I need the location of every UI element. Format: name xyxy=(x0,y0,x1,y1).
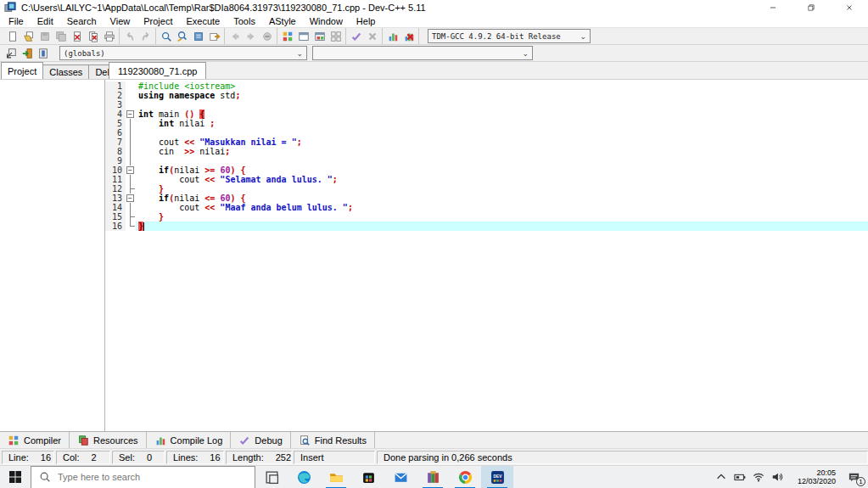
replace-icon xyxy=(176,31,188,42)
report-tab-resources[interactable]: Resources xyxy=(70,432,147,448)
open-file-button[interactable] xyxy=(20,29,36,44)
back-button[interactable] xyxy=(227,29,243,44)
project-panel[interactable] xyxy=(0,80,105,431)
report-tab-find-results[interactable]: Find Results xyxy=(291,432,375,448)
wifi-icon xyxy=(753,471,764,483)
code-line[interactable]: 11 cout << "Selamat anda lulus. "; xyxy=(105,175,868,184)
notification-center-button[interactable]: 1 xyxy=(839,466,868,488)
code-line[interactable]: 14 cout << "Maaf anda belum lulus. "; xyxy=(105,203,868,212)
rebuild-all-button[interactable] xyxy=(328,29,344,44)
code-line[interactable]: 10− if(nilai >= 60) { xyxy=(105,165,868,175)
menu-help[interactable]: Help xyxy=(350,15,383,27)
menu-view[interactable]: View xyxy=(104,15,137,27)
find-button[interactable] xyxy=(158,29,174,44)
print-button[interactable] xyxy=(101,29,117,44)
redo-button[interactable] xyxy=(137,29,154,44)
start-button[interactable] xyxy=(0,466,31,488)
code-line[interactable]: 8 cin >> nilai; xyxy=(105,147,868,156)
code-line[interactable]: 7 cout << "Masukkan nilai = "; xyxy=(105,137,868,147)
taskbar-search[interactable] xyxy=(31,466,255,488)
project-remove-button[interactable] xyxy=(19,46,35,61)
compiler-select[interactable]: TDM-GCC 4.9.2 64-bit Release⌄ xyxy=(428,29,591,43)
fold-column xyxy=(126,222,136,231)
report-tabs: CompilerResourcesCompile LogDebugFind Re… xyxy=(0,431,868,448)
fold-toggle[interactable]: − xyxy=(126,194,134,202)
editor-tab-label: 119230080_71.cpp xyxy=(118,66,197,76)
taskbar-clock[interactable]: 20:05 12/03/2020 xyxy=(787,468,839,485)
save-button[interactable] xyxy=(36,29,53,44)
code-line[interactable]: 1#include <iostream> xyxy=(105,81,868,91)
code-line[interactable]: 4−int main () { xyxy=(105,109,868,119)
menu-file[interactable]: File xyxy=(2,15,31,27)
taskbar-app-chrome[interactable] xyxy=(449,466,481,488)
minimize-button[interactable] xyxy=(753,0,792,15)
devcpp-app-icon xyxy=(4,2,16,14)
taskbar-app-mail[interactable] xyxy=(384,466,417,488)
menu-search[interactable]: Search xyxy=(60,15,104,27)
forward-button[interactable] xyxy=(243,29,259,44)
code-line[interactable]: 6 xyxy=(105,128,868,137)
code-line[interactable]: 15 } xyxy=(105,212,868,222)
code-editor[interactable]: 1#include <iostream>2using namespace std… xyxy=(105,80,868,431)
delete-profiling-button[interactable] xyxy=(400,29,417,44)
taskbar-app-winrar[interactable] xyxy=(417,466,449,488)
abort-compilation-button[interactable] xyxy=(364,29,380,44)
edge-icon xyxy=(297,470,311,485)
menu-edit[interactable]: Edit xyxy=(31,15,60,27)
close-all-button[interactable] xyxy=(85,29,101,44)
tray-volume[interactable] xyxy=(768,466,787,488)
globals-select[interactable]: (globals) ⌄ xyxy=(59,46,307,60)
taskbar-app-store[interactable] xyxy=(352,466,384,488)
fold-toggle[interactable]: − xyxy=(126,166,134,174)
menu-project[interactable]: Project xyxy=(137,15,179,27)
battery-icon xyxy=(734,471,746,483)
report-tab-compiler[interactable]: Compiler xyxy=(0,432,70,448)
profile-button[interactable] xyxy=(384,29,400,44)
tray-battery[interactable] xyxy=(731,466,749,488)
new-file-button[interactable] xyxy=(4,29,20,44)
editor-tab[interactable]: 119230080_71.cpp xyxy=(109,62,206,79)
search-input[interactable] xyxy=(58,472,227,482)
menu-window[interactable]: Window xyxy=(303,15,350,27)
code-line[interactable]: 16} xyxy=(105,222,868,231)
taskbar-app-edge[interactable] xyxy=(288,466,320,488)
save-all-button[interactable] xyxy=(53,29,69,44)
code-line[interactable]: 13− if(nilai <= 60) { xyxy=(105,194,868,203)
report-tab-debug[interactable]: Debug xyxy=(231,432,290,448)
run-button[interactable] xyxy=(295,29,311,44)
code-text: int nilai ; xyxy=(136,119,868,128)
abort-button[interactable] xyxy=(259,29,275,44)
code-line[interactable]: 2using namespace std; xyxy=(105,91,868,100)
code-line[interactable]: 3 xyxy=(105,100,868,109)
panel-tab-project[interactable]: Project xyxy=(1,62,43,79)
project-add-button[interactable] xyxy=(3,46,19,61)
menu-tools[interactable]: Tools xyxy=(227,15,262,27)
code-line[interactable]: 9 xyxy=(105,156,868,165)
tray-chevron-up[interactable] xyxy=(712,466,731,488)
tray-wifi[interactable] xyxy=(749,466,768,488)
compile-log-icon xyxy=(154,435,166,446)
compile-button[interactable] xyxy=(279,29,295,44)
compile-and-run-icon xyxy=(314,31,326,42)
taskbar-app-file-explorer[interactable] xyxy=(320,466,352,488)
project-options-button[interactable] xyxy=(35,46,51,61)
undo-button[interactable] xyxy=(121,29,137,44)
taskbar-app-task-view[interactable] xyxy=(255,466,288,488)
members-select[interactable]: ⌄ xyxy=(312,46,533,60)
panel-tab-classes[interactable]: Classes xyxy=(42,65,89,79)
fold-toggle[interactable]: − xyxy=(126,110,134,118)
menu-astyle[interactable]: AStyle xyxy=(262,15,303,27)
close-file-button[interactable] xyxy=(69,29,85,44)
close-button[interactable] xyxy=(830,0,868,15)
taskbar-app-devcpp[interactable]: DEV xyxy=(481,466,513,488)
code-line[interactable]: 5 int nilai ; xyxy=(105,119,868,128)
report-tab-compile-log[interactable]: Compile Log xyxy=(147,432,232,448)
goto-function-button[interactable] xyxy=(190,29,206,44)
menu-execute[interactable]: Execute xyxy=(179,15,227,27)
debug-button[interactable] xyxy=(348,29,364,44)
compile-and-run-button[interactable] xyxy=(311,29,328,44)
restore-button[interactable] xyxy=(792,0,830,15)
insert-snippet-button[interactable] xyxy=(206,29,222,44)
replace-button[interactable] xyxy=(174,29,190,44)
code-line[interactable]: 12 } xyxy=(105,184,868,194)
